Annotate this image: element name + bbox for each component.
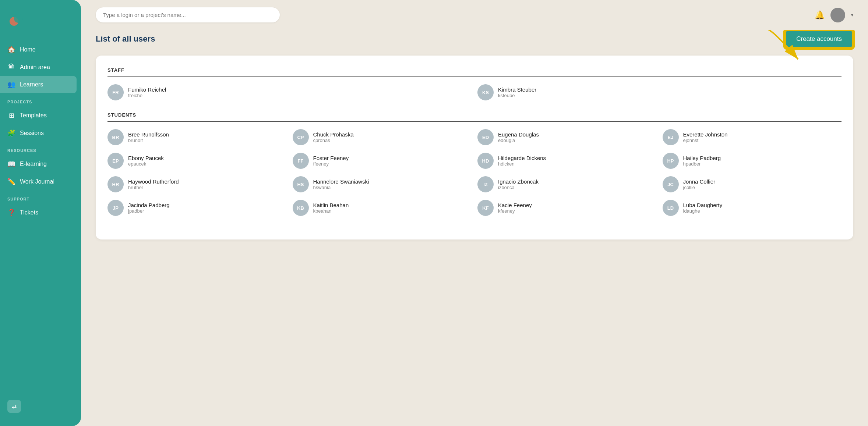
user-login: brunolf — [128, 138, 169, 143]
avatar: FR — [107, 84, 124, 100]
list-item[interactable]: HS Hannelore Swaniawski hswania — [293, 176, 472, 192]
sidebar-item-learners[interactable]: 👥 Learners — [0, 76, 77, 93]
user-login: hswania — [313, 185, 369, 190]
user-login: jpadber — [128, 208, 170, 214]
sidebar-item-workjournal[interactable]: ✏️ Work Journal — [0, 173, 77, 190]
workjournal-icon: ✏️ — [7, 178, 15, 186]
page-header: List of all users Create accounts — [96, 30, 853, 48]
user-name: Eugena Douglas — [498, 131, 539, 138]
sidebar-item-sessions[interactable]: 🧩 Sessions — [0, 125, 77, 142]
user-login: ksteube — [498, 93, 536, 98]
avatar: EJ — [663, 129, 679, 145]
sidebar: 🏠 Home 🏛 Admin area 👥 Learners PROJECTS … — [0, 0, 81, 426]
list-item[interactable]: EJ Everette Johnston ejohnst — [663, 129, 842, 145]
user-login: hruther — [128, 185, 179, 190]
user-name: Jacinda Padberg — [128, 202, 170, 208]
list-item[interactable]: ED Eugena Douglas edougla — [477, 129, 657, 145]
home-icon: 🏠 — [7, 46, 15, 54]
sidebar-item-templates[interactable]: ⊞ Templates — [0, 107, 77, 124]
sessions-icon: 🧩 — [7, 129, 15, 137]
logo — [0, 7, 81, 41]
user-login: hpadber — [683, 161, 721, 167]
list-item[interactable]: CP Chuck Prohaska cprohas — [293, 129, 472, 145]
sidebar-item-elearning[interactable]: 📖 E-learning — [0, 156, 77, 173]
bell-icon: 🔔 — [815, 10, 825, 19]
staff-section-header: STAFF — [107, 67, 841, 77]
header-right: 🔔 ▾ — [815, 8, 853, 22]
avatar: JC — [663, 176, 679, 192]
avatar: KS — [477, 84, 494, 100]
list-item[interactable]: EP Ebony Paucek epaucek — [107, 153, 287, 169]
list-item[interactable]: HP Hailey Padberg hpadber — [663, 153, 842, 169]
avatar: JP — [107, 200, 124, 216]
list-item[interactable]: LD Luba Daugherty ldaughe — [663, 200, 842, 216]
user-name: Foster Feeney — [313, 155, 349, 161]
user-name: Ebony Paucek — [128, 155, 164, 161]
list-item[interactable]: HR Haywood Rutherford hruther — [107, 176, 287, 192]
avatar: LD — [663, 200, 679, 216]
user-login: freiche — [128, 93, 166, 98]
user-name: Kimbra Steuber — [498, 86, 536, 93]
sidebar-item-workjournal-label: Work Journal — [20, 178, 54, 185]
list-item[interactable]: FR Fumiko Reichel freiche — [107, 84, 472, 100]
user-login: jcollie — [683, 185, 716, 190]
admin-icon: 🏛 — [7, 63, 15, 71]
avatar-chevron-icon[interactable]: ▾ — [851, 13, 853, 18]
user-login: ffeeney — [313, 161, 349, 167]
user-name: Kaitlin Beahan — [313, 202, 349, 208]
sidebar-toggle-button[interactable]: ⇄ — [7, 400, 21, 413]
list-item[interactable]: BR Bree Runolfsson brunolf — [107, 129, 287, 145]
main-content: 🔔 ▾ List of all users Create accounts ST… — [81, 0, 868, 426]
user-login: ejohnst — [683, 138, 728, 143]
projects-section-label: PROJECTS — [0, 94, 81, 106]
user-name: Ignacio Zboncak — [498, 178, 539, 185]
list-item[interactable]: FF Foster Feeney ffeeney — [293, 153, 472, 169]
user-name: Hildegarde Dickens — [498, 155, 546, 161]
sidebar-item-elearning-label: E-learning — [20, 161, 47, 167]
students-section-header: STUDENTS — [107, 112, 841, 122]
avatar: CP — [293, 129, 309, 145]
user-name: Everette Johnston — [683, 131, 728, 138]
list-item[interactable]: JC Jonna Collier jcollie — [663, 176, 842, 192]
create-accounts-button[interactable]: Create accounts — [785, 30, 853, 48]
notification-button[interactable]: 🔔 — [815, 10, 825, 20]
avatar: KF — [477, 200, 494, 216]
tickets-icon: ❓ — [7, 209, 15, 217]
search-input[interactable] — [96, 7, 280, 22]
list-item[interactable]: IZ Ignacio Zboncak izbonca — [477, 176, 657, 192]
sidebar-item-admin[interactable]: 🏛 Admin area — [0, 59, 77, 75]
templates-icon: ⊞ — [7, 111, 15, 120]
avatar: HS — [293, 176, 309, 192]
avatar: KB — [293, 200, 309, 216]
user-login: cprohas — [313, 138, 354, 143]
page-title: List of all users — [96, 34, 155, 44]
list-item[interactable]: KS Kimbra Steuber ksteube — [477, 84, 841, 100]
user-login: ldaughe — [683, 208, 723, 214]
elearning-icon: 📖 — [7, 160, 15, 168]
user-name: Hannelore Swaniawski — [313, 178, 369, 185]
avatar: HR — [107, 176, 124, 192]
content-area: List of all users Create accounts STAFF … — [81, 30, 868, 426]
sidebar-item-templates-label: Templates — [20, 112, 47, 119]
learners-icon: 👥 — [7, 81, 15, 89]
avatar: IZ — [477, 176, 494, 192]
sidebar-navigation: 🏠 Home 🏛 Admin area 👥 Learners PROJECTS … — [0, 41, 81, 221]
avatar: HP — [663, 153, 679, 169]
user-login: epaucek — [128, 161, 164, 167]
user-name: Kacie Feeney — [498, 202, 532, 208]
list-item[interactable]: KF Kacie Feeney kfeeney — [477, 200, 657, 216]
header: 🔔 ▾ — [81, 0, 868, 30]
user-name: Fumiko Reichel — [128, 86, 166, 93]
avatar: BR — [107, 129, 124, 145]
user-login: edougla — [498, 138, 539, 143]
sidebar-item-admin-label: Admin area — [20, 64, 50, 71]
user-name: Luba Daugherty — [683, 202, 723, 208]
list-item[interactable]: JP Jacinda Padberg jpadber — [107, 200, 287, 216]
avatar[interactable] — [830, 8, 845, 22]
sidebar-item-tickets[interactable]: ❓ Tickets — [0, 204, 77, 221]
sidebar-bottom: ⇄ — [0, 394, 81, 419]
users-card: STAFF FR Fumiko Reichel freiche KS Kimbr… — [96, 56, 853, 239]
list-item[interactable]: HD Hildegarde Dickens hdicken — [477, 153, 657, 169]
list-item[interactable]: KB Kaitlin Beahan kbeahan — [293, 200, 472, 216]
sidebar-item-home[interactable]: 🏠 Home — [0, 41, 77, 58]
